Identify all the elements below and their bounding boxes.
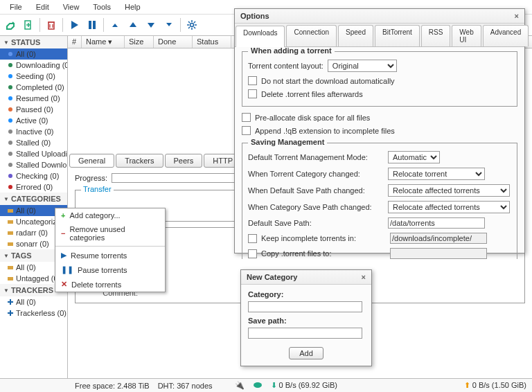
- svg-point-13: [8, 141, 12, 145]
- sidebar-item[interactable]: Stalled Downlo...: [0, 159, 67, 170]
- add-button[interactable]: Add: [289, 347, 323, 359]
- mgmt-mode-select[interactable]: Automatic: [388, 151, 440, 163]
- svg-rect-18: [8, 209, 13, 213]
- categories-header[interactable]: CATEGORIES: [0, 193, 67, 205]
- ctx-resume[interactable]: ▶Resume torrents: [55, 248, 165, 262]
- col-num[interactable]: #: [68, 36, 82, 48]
- svg-point-7: [8, 74, 12, 78]
- ctx-add-category[interactable]: +Add category...: [55, 208, 165, 222]
- sidebar-item[interactable]: Downloading (0): [0, 60, 67, 71]
- svg-point-16: [8, 174, 12, 178]
- savepath-label: Save path:: [248, 317, 364, 325]
- add-file-button[interactable]: [20, 17, 37, 33]
- savepath-input[interactable]: [248, 328, 362, 339]
- minus-icon: −: [61, 229, 65, 238]
- opt-tab-connection[interactable]: Connection: [286, 25, 337, 46]
- status-bar: Free space: 2.488 TiB DHT: 367 nodes 🔌 ⬇…: [0, 378, 532, 392]
- sidebar-item[interactable]: Paused (0): [0, 104, 67, 115]
- resume-button[interactable]: [66, 17, 82, 33]
- sidebar-item[interactable]: Stalled Uploadi...: [0, 148, 67, 159]
- sidebar-item[interactable]: Trackerless (0): [0, 308, 67, 319]
- newcat-title: New Category: [247, 273, 297, 281]
- tab-peers[interactable]: Peers: [165, 154, 203, 168]
- svg-point-4: [190, 24, 194, 27]
- category-input[interactable]: [248, 301, 362, 312]
- svg-point-10: [8, 107, 12, 112]
- opt-tab-advanced[interactable]: Advanced: [483, 25, 529, 46]
- copy-torrent-checkbox[interactable]: [248, 249, 257, 258]
- menu-file[interactable]: File: [3, 1, 29, 12]
- move-down-button[interactable]: [143, 17, 159, 33]
- keep-incomplete-checkbox[interactable]: [248, 234, 257, 243]
- sidebar-item[interactable]: Errored (0): [0, 181, 67, 193]
- svg-point-9: [8, 96, 12, 100]
- move-up-button[interactable]: [125, 17, 141, 33]
- tab-trackers[interactable]: Trackers: [116, 154, 163, 168]
- svg-point-28: [254, 382, 262, 388]
- opt-tab-bittorrent[interactable]: BitTorrent: [375, 25, 420, 46]
- svg-rect-20: [8, 231, 13, 235]
- svg-point-6: [8, 63, 12, 67]
- no-autostart-checkbox[interactable]: [248, 76, 257, 85]
- adding-torrent-fieldset: When adding a torrent Torrent content la…: [242, 51, 517, 107]
- save-changed-select[interactable]: Relocate affected torrents: [388, 184, 510, 197]
- menu-tools[interactable]: Tools: [86, 1, 118, 12]
- dht-nodes: DHT: 367 nodes: [158, 382, 213, 390]
- move-top-button[interactable]: [107, 17, 123, 33]
- col-status[interactable]: Status: [193, 36, 231, 48]
- sidebar-item[interactable]: Active (0): [0, 115, 67, 126]
- sidebar-item[interactable]: All (0): [0, 296, 67, 308]
- sidebar-item[interactable]: Checking (0): [0, 170, 67, 181]
- close-icon[interactable]: ×: [515, 12, 519, 20]
- default-save-path-input[interactable]: [388, 217, 485, 229]
- opt-tab-speed[interactable]: Speed: [338, 25, 373, 46]
- svg-point-15: [8, 163, 12, 167]
- sidebar-item[interactable]: Resumed (0): [0, 93, 67, 104]
- menu-edit[interactable]: Edit: [29, 1, 56, 12]
- opt-tab-rss[interactable]: RSS: [421, 25, 451, 46]
- upload-speed: ⬆ 0 B/s (1.50 GiB): [464, 381, 526, 390]
- svg-rect-1: [48, 22, 54, 29]
- move-bottom-button[interactable]: [161, 17, 177, 33]
- opt-tab-webui[interactable]: Web UI: [452, 25, 481, 46]
- settings-button[interactable]: [184, 17, 200, 33]
- ctx-delete[interactable]: ✕Delete torrents: [55, 277, 165, 292]
- options-dialog: Options× Downloads Connection Speed BitT…: [234, 8, 525, 253]
- cat-changed-select[interactable]: Relocate torrent: [388, 168, 485, 180]
- copy-torrent-path-input[interactable]: [390, 248, 487, 259]
- col-done[interactable]: Done: [154, 36, 193, 48]
- sidebar-item[interactable]: All (0): [0, 48, 67, 60]
- content-layout-select[interactable]: Original: [328, 60, 397, 72]
- svg-rect-25: [8, 301, 13, 303]
- opt-tab-downloads[interactable]: Downloads: [236, 26, 285, 47]
- status-header[interactable]: STATUS: [0, 36, 67, 48]
- delete-button[interactable]: [43, 17, 60, 33]
- svg-point-11: [8, 118, 12, 123]
- sidebar-item[interactable]: Completed (0): [0, 82, 67, 93]
- pause-button[interactable]: [84, 17, 100, 33]
- sidebar-item[interactable]: Inactive (0): [0, 126, 67, 137]
- svg-point-17: [8, 185, 12, 189]
- x-icon: ✕: [61, 280, 67, 289]
- prealloc-checkbox[interactable]: [242, 113, 251, 122]
- incomplete-path-input[interactable]: [390, 233, 487, 244]
- svg-point-8: [8, 85, 12, 89]
- svg-rect-3: [93, 21, 96, 29]
- globe-icon[interactable]: [253, 382, 263, 390]
- svg-rect-22: [8, 266, 13, 269]
- delete-torrent-checkbox[interactable]: [248, 89, 257, 98]
- tab-general[interactable]: General: [69, 154, 114, 168]
- col-size[interactable]: Size: [125, 36, 154, 48]
- menu-view[interactable]: View: [56, 1, 87, 12]
- ctx-pause[interactable]: ❚❚Pause torrents: [55, 262, 165, 277]
- plug-icon[interactable]: 🔌: [235, 381, 245, 390]
- ctx-remove-unused[interactable]: −Remove unused categories: [55, 222, 165, 244]
- close-icon[interactable]: ×: [362, 273, 366, 281]
- catsave-changed-select[interactable]: Relocate affected torrents: [388, 201, 510, 213]
- sidebar-item[interactable]: Stalled (0): [0, 137, 67, 148]
- add-link-button[interactable]: [2, 17, 19, 33]
- col-name[interactable]: Name ▾: [82, 36, 125, 48]
- sidebar-item[interactable]: Seeding (0): [0, 71, 67, 82]
- menu-help[interactable]: Help: [118, 1, 148, 12]
- append-ext-checkbox[interactable]: [242, 126, 251, 135]
